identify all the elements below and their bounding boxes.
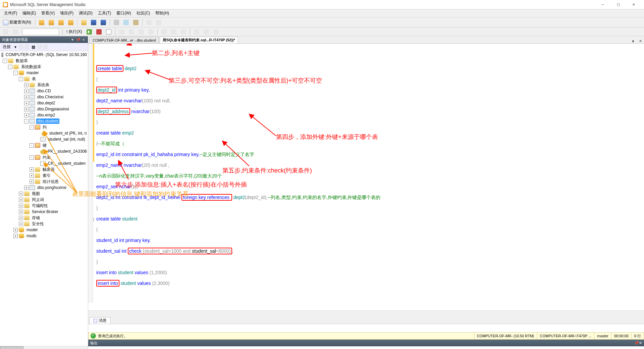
- tree-student-sal[interactable]: student_sal (int, null): [0, 136, 88, 142]
- tb-save-button[interactable]: [89, 19, 98, 26]
- tab-sql-query[interactable]: 用SQL命令建表和约束.sql...R-\T470P (52))*: [160, 37, 238, 43]
- tb-saveall-button[interactable]: [99, 19, 108, 26]
- tree-storage[interactable]: +存储: [0, 215, 88, 221]
- oe-close-icon[interactable]: ✕: [81, 38, 86, 42]
- editor-hscroll[interactable]: [88, 310, 644, 316]
- connect-button[interactable]: 连接: [1, 43, 12, 50]
- tree-cd[interactable]: +dbo.CD: [0, 88, 88, 94]
- tree-synonyms[interactable]: +同义词: [0, 197, 88, 203]
- tb-open-button[interactable]: [79, 19, 88, 26]
- query-status-bar: 查询已成功执行。 COMPUTER-OF-MR- (10.50 RTM) COM…: [88, 332, 644, 340]
- tb2-i[interactable]: [202, 28, 211, 36]
- tree-dept2[interactable]: +dbo.dept2: [0, 100, 88, 106]
- tb2-dim2[interactable]: [11, 28, 20, 36]
- tabbar-close-icon[interactable]: ✕: [637, 39, 644, 43]
- tb-activity-button[interactable]: [145, 19, 153, 26]
- tb2-a[interactable]: [117, 28, 126, 36]
- oe-tb-1[interactable]: [19, 45, 23, 49]
- tabbar-dropdown-icon[interactable]: ▼: [629, 39, 637, 43]
- stop-button[interactable]: [95, 28, 103, 36]
- tree-keys[interactable]: -键: [0, 142, 88, 148]
- parse-button[interactable]: [104, 28, 113, 36]
- tb-paste-button[interactable]: [131, 19, 140, 26]
- tree-model[interactable]: +model: [0, 227, 88, 233]
- tb-list-button[interactable]: [154, 19, 163, 26]
- tb-btn-2[interactable]: [47, 19, 56, 26]
- output-title: 输出: [90, 341, 98, 346]
- connect-drop-icon[interactable]: ▾: [13, 44, 18, 50]
- tree-indexes[interactable]: +索引: [0, 172, 88, 179]
- output-title-bar: 输出 📌 ✕: [88, 340, 644, 346]
- oe-pin-icon[interactable]: 📌: [75, 38, 81, 42]
- tb2-h[interactable]: [192, 28, 201, 36]
- tab-table-designer[interactable]: COMPUTER-OF-MR...er - dbo.student: [90, 37, 159, 43]
- menu-tools[interactable]: 工具(T): [95, 9, 114, 17]
- tree-columns[interactable]: -列: [0, 124, 88, 130]
- tree-yonghu[interactable]: +dbo.yonghuxinxi: [0, 185, 88, 191]
- tree-ck-student[interactable]: CK__student_studen: [0, 160, 88, 166]
- tree-student[interactable]: -dbo.student: [0, 118, 88, 124]
- tree-server[interactable]: COMPUTER-OF-MR- (SQL Server 10.50.160: [0, 52, 88, 58]
- tb2-dim1[interactable]: [1, 28, 10, 36]
- oe-tb-2[interactable]: [24, 45, 29, 49]
- tree-views[interactable]: +视图: [0, 191, 88, 197]
- tree-checixinxi[interactable]: +dbo.Checixinxi: [0, 94, 88, 100]
- tree-service-broker[interactable]: +Service Broker: [0, 209, 88, 215]
- tb2-f[interactable]: [169, 28, 178, 36]
- tb2-b[interactable]: [127, 28, 136, 36]
- tree-security[interactable]: +安全性: [0, 221, 88, 227]
- tree-master[interactable]: -master: [0, 70, 88, 76]
- tb-btn-1[interactable]: [37, 19, 46, 26]
- tree-dingpiao[interactable]: +dbo.Dingpiaoxinxi: [0, 106, 88, 112]
- menu-edit[interactable]: 编辑(E): [20, 9, 39, 17]
- tb2-g[interactable]: [179, 28, 188, 36]
- tree-triggers[interactable]: +触发器: [0, 166, 88, 172]
- tree-student-id[interactable]: student_id (PK, int, n: [0, 130, 88, 136]
- menu-help[interactable]: 帮助(H): [153, 9, 172, 17]
- tree-programmability[interactable]: +可编程性: [0, 203, 88, 209]
- tree-databases[interactable]: -数据库: [0, 58, 88, 64]
- tb2-c[interactable]: [137, 28, 146, 36]
- oe-dropdown-icon[interactable]: ▼: [70, 38, 75, 42]
- tree-constraints[interactable]: -约束: [0, 154, 88, 160]
- menu-debug[interactable]: 调试(D): [76, 9, 95, 17]
- messages-body: [88, 324, 644, 332]
- menu-file[interactable]: 文件(F): [1, 9, 20, 17]
- tree-pk-student[interactable]: PK__student_2A3306: [0, 148, 88, 154]
- oe-title: 对象资源管理器: [2, 37, 28, 42]
- menu-project[interactable]: 项目(P): [57, 9, 76, 17]
- oe-tree[interactable]: COMPUTER-OF-MR- (SQL Server 10.50.160 -数…: [0, 51, 88, 346]
- oe-tb-3[interactable]: ▦: [30, 44, 37, 50]
- tree-emp2[interactable]: +dbo.emp2: [0, 112, 88, 118]
- oe-tb-4[interactable]: [38, 45, 42, 49]
- tb-cut-button[interactable]: [112, 19, 121, 26]
- execute-button[interactable]: ! 执行(X): [65, 28, 84, 36]
- code-editor[interactable]: - create table dept2 ( dept2_id int prim…: [88, 44, 644, 310]
- new-query-button[interactable]: 新建查询(N): [1, 19, 33, 26]
- tb2-e[interactable]: [160, 28, 168, 36]
- tb-copy-button[interactable]: [122, 19, 130, 26]
- tree-systables[interactable]: +系统表: [0, 82, 88, 88]
- tree-msdb[interactable]: +msdb: [0, 233, 88, 239]
- output-pin-icon[interactable]: 📌: [634, 341, 639, 345]
- maximize-button[interactable]: ▢: [610, 1, 626, 8]
- messages-tab[interactable]: 消息: [90, 317, 110, 324]
- menu-community[interactable]: 社区(C): [134, 9, 153, 17]
- menu-view[interactable]: 查看(V): [39, 9, 57, 17]
- oe-tb-5[interactable]: [43, 45, 48, 49]
- tree-tables[interactable]: -表: [0, 76, 88, 82]
- output-close-icon[interactable]: ✕: [639, 341, 642, 345]
- minimize-button[interactable]: ─: [595, 1, 610, 8]
- debug-button[interactable]: [85, 28, 94, 36]
- menu-window[interactable]: 窗口(W): [114, 9, 133, 17]
- tb-btn-4[interactable]: [66, 19, 75, 26]
- db-combo[interactable]: [22, 29, 59, 35]
- tree-stats[interactable]: +统计信息: [0, 179, 88, 185]
- oe-hscroll[interactable]: [0, 346, 88, 349]
- tree-sysdb[interactable]: -系统数据库: [0, 64, 88, 70]
- tb-btn-3[interactable]: [57, 19, 65, 26]
- close-button[interactable]: ✕: [626, 1, 641, 8]
- tb2-d[interactable]: [147, 28, 155, 36]
- tb2-j[interactable]: [212, 28, 220, 36]
- status-ok-text: 查询已成功执行。: [98, 334, 127, 339]
